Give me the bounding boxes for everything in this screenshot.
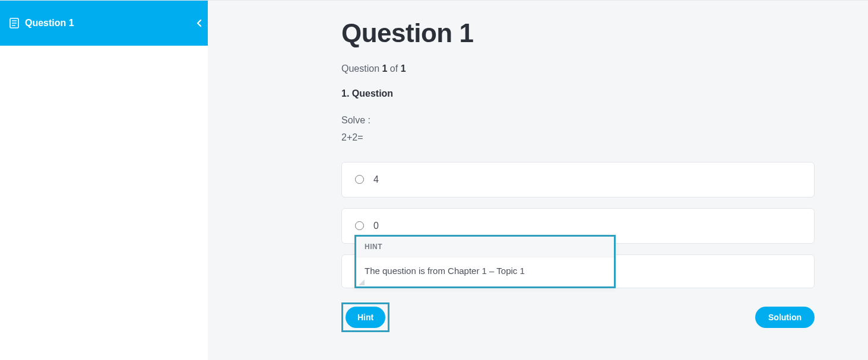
sidebar: Question 1 (0, 1, 208, 360)
progress-prefix: Question (341, 63, 382, 74)
sidebar-item-label: Question 1 (25, 18, 74, 28)
question-title: Question 1 (341, 18, 815, 48)
progress-mid: of (387, 63, 400, 74)
chevron-left-icon (196, 18, 203, 28)
answer-radio[interactable] (355, 175, 364, 184)
hint-text: The question is from Chapter 1 – Topic 1 (365, 266, 525, 276)
main-content: Question 1 Question 1 of 1 1. Question S… (208, 1, 868, 360)
resize-grip-icon (359, 279, 365, 285)
hint-popover: HINT The question is from Chapter 1 – To… (354, 235, 616, 288)
button-row: Hint Solution (341, 302, 815, 332)
answer-option-label: 0 (373, 221, 379, 231)
answer-radio[interactable] (355, 221, 364, 230)
answer-option[interactable]: 4 (341, 162, 815, 197)
question-progress: Question 1 of 1 (341, 63, 815, 74)
progress-total: 1 (401, 63, 406, 74)
question-prompt: Solve : 2+2= (341, 112, 815, 146)
document-icon (9, 18, 19, 28)
prompt-line: Solve : (341, 112, 815, 129)
hint-popover-header: HINT (356, 237, 614, 257)
hint-button-highlight: Hint (341, 302, 389, 332)
hint-popover-body: The question is from Chapter 1 – Topic 1 (356, 257, 614, 286)
sidebar-item-question-1[interactable]: Question 1 (0, 1, 208, 46)
hint-button[interactable]: Hint (346, 307, 385, 328)
answer-option-label: 4 (373, 174, 379, 185)
solution-button[interactable]: Solution (755, 307, 815, 328)
question-number-label: 1. Question (341, 88, 815, 99)
prompt-line: 2+2= (341, 129, 815, 146)
